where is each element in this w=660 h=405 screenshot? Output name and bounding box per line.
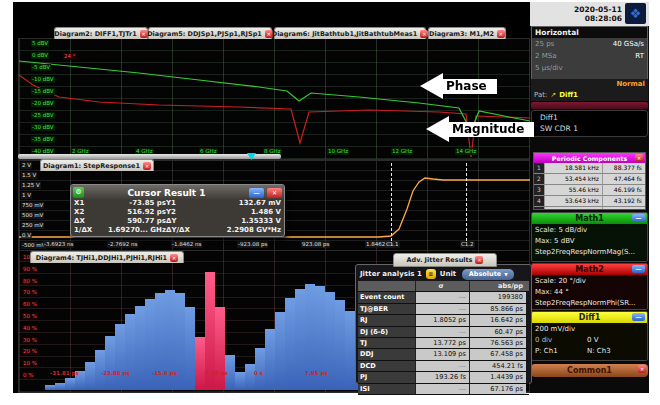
magnitude-callout-label: Magnitude: [452, 122, 524, 136]
y-axis-label: 1.5 V: [21, 172, 37, 179]
cursor-label: ΔY: [166, 217, 202, 226]
x-axis-label: 923.08 ps: [301, 241, 330, 248]
tab-diagram-3[interactable]: Diagram6: JitBathtub1,JitBathtubMeas1✕: [274, 27, 426, 39]
cursor-value: 132.67 mV: [202, 199, 281, 208]
histogram-bar: [195, 337, 205, 390]
diff1-offset: 0 V: [587, 335, 644, 346]
x-axis-label: 7.95 ps: [304, 370, 329, 377]
settings-icon[interactable]: ≡: [426, 269, 436, 279]
y-axis-label: 250 mV: [21, 222, 44, 229]
jitter-param-name: RJ: [358, 315, 415, 325]
close-icon[interactable]: ✕: [638, 365, 646, 373]
minimize-icon[interactable]: —: [632, 313, 645, 321]
y-axis-label: -35 dBV: [31, 136, 55, 143]
minimize-icon[interactable]: —: [632, 265, 645, 273]
cursor-label: C1.2: [460, 241, 475, 248]
cursor-line[interactable]: [391, 163, 392, 241]
math1-panel[interactable]: Math1 — Scale: 5 dB/divMax: 5 dBVStep2Fr…: [531, 212, 648, 262]
histogram-bar: [55, 383, 65, 390]
cursor-result-row: X1-73.85 psY1132.67 mV: [71, 199, 284, 208]
periodic-row: 453.643 kHz43.192 fs: [534, 196, 645, 207]
math2-panel[interactable]: Math2 — Scale: 20 °/divMax: 44 °Step2Fre…: [531, 263, 648, 310]
cursor-result-dialog[interactable]: ⚙ Cursor Result 1 — ✕ X1-73.85 psY1132.6…: [70, 184, 285, 237]
trigger-source: Diff1: [559, 90, 578, 101]
jitter-abs-value: 1.4439 ps: [469, 372, 526, 382]
math1-header: Math1 —: [532, 213, 647, 224]
column-sigma: σ: [415, 281, 469, 291]
close-icon[interactable]: ✕: [497, 30, 505, 38]
jitter-row: RJ1.8052 ps16.642 ps: [358, 315, 529, 326]
close-icon[interactable]: ✕: [635, 154, 643, 162]
periodic-index: 5: [534, 207, 544, 210]
trigger-slope-icon: ↗: [550, 90, 556, 101]
close-icon[interactable]: ✕: [170, 254, 178, 262]
diff1-channel-panel[interactable]: Diff1 — 200 mV/div 0 div 0 V P: Ch1 N: C…: [531, 311, 648, 361]
x-axis-label: 12 GHz: [391, 148, 413, 155]
diff1-scale: 200 mV/div: [535, 324, 644, 335]
collapsed-panel-header[interactable]: [531, 102, 648, 109]
jitter-sigma-value: 1.8052 ps: [415, 315, 469, 325]
trigger-panel[interactable]: Normal Pat: ↗ Diff1: [531, 79, 648, 101]
histogram-bar: [105, 336, 115, 390]
jitter-param-name: PJ: [358, 372, 415, 382]
periodic-index: 2: [534, 174, 544, 184]
periodic-amplitude: 47.464 fs: [602, 174, 645, 184]
tab-diagram4-histograms[interactable]: Diagram4: TJHi1,DDJHi1,PJHi1,RJHi1 ✕: [30, 251, 184, 263]
histogram-bar: [285, 298, 295, 390]
common1-panel[interactable]: Common1 ✕: [531, 364, 648, 377]
cursor-dialog-title: Cursor Result 1: [87, 188, 246, 198]
close-icon[interactable]: ✕: [475, 256, 483, 264]
jitter-row: PJ193.26 fs1.4439 ps: [358, 372, 529, 383]
jitter-abs-value: 76.563 ps: [469, 338, 526, 348]
time-label: 08:28:06: [574, 14, 622, 23]
timebase-value: 5 µs/div: [535, 62, 563, 74]
date-time-box: 2020-05-11 08:28:06 ❖: [530, 2, 649, 26]
jitter-abs-value: 454.21 fs: [469, 361, 526, 371]
close-icon[interactable]: ✕: [143, 162, 151, 170]
horizontal-row: 25 ps 40 GSa/s: [532, 38, 647, 50]
close-icon[interactable]: ✕: [267, 188, 282, 198]
math2-title: Math2: [575, 265, 603, 274]
y-axis-label: 80 %: [22, 278, 38, 285]
record-length-value: 2 MSa: [535, 50, 556, 62]
jitter-param-name: ISI: [358, 384, 415, 394]
math1-title: Math1: [575, 214, 603, 223]
tab-diagram-4[interactable]: Diagram3: M1,M2✕: [428, 27, 506, 39]
histogram-bar: [215, 307, 225, 390]
y-axis-label: -30 dBV: [31, 124, 55, 131]
histogram-bar: [185, 307, 195, 390]
cdr-info-box[interactable]: Diff1 SW CDR 1: [531, 110, 648, 137]
cursor-line[interactable]: [466, 163, 467, 241]
periodic-components-panel[interactable]: Periodic Components ✕ 118.581 kHz88.377 …: [533, 152, 646, 210]
y-axis-label: 30 %: [22, 337, 38, 344]
y-axis-label: 0 %: [22, 372, 34, 379]
y-axis-label: -25 dBV: [31, 112, 55, 119]
tab-diagram-2[interactable]: Diagram5: DDJSp1,PJSp1,RJSp1✕: [148, 27, 272, 39]
gear-icon[interactable]: ⚙: [73, 187, 84, 198]
cursor-label: Y1: [166, 199, 202, 208]
cursor-value: -73.85 ps: [100, 199, 166, 208]
minimize-icon[interactable]: —: [249, 188, 264, 198]
cursor-result-row: ΔX590.77 psΔY1.35333 V: [71, 217, 284, 226]
tab-diagram-1[interactable]: Diagram2: DIFF1,TJTr1✕: [54, 27, 148, 39]
jitter-abs-value: 199380: [469, 292, 526, 302]
periodic-amplitude: 88.377 fs: [602, 163, 645, 173]
unit-dropdown[interactable]: Absolute ▼: [462, 269, 514, 280]
tab-diagram1-stepresponse[interactable]: Diagram1: StepResponse1 ✕: [40, 159, 154, 171]
periodic-index: 3: [534, 185, 544, 195]
y-axis-label: 10 %: [22, 360, 38, 367]
y-axis-label: 50 %: [22, 313, 38, 320]
y-axis-label: -20 dBV: [31, 100, 55, 107]
jitter-sigma-value: ---: [415, 327, 469, 337]
minimize-icon[interactable]: —: [632, 214, 645, 222]
cdr-type: SW CDR 1: [540, 123, 647, 134]
tab-adv-jitter-results[interactable]: Adv. Jitter Results ✕: [393, 253, 497, 267]
horizontal-panel[interactable]: Horizontal 25 ps 40 GSa/s 2 MSa RT 5 µs/…: [531, 26, 648, 80]
x-axis-label: -923.08 ps: [237, 241, 268, 248]
jitter-param-name: DCD: [358, 361, 415, 371]
tab-label: Diagram2: DIFF1,TJTr1: [54, 30, 136, 38]
tab-label: Diagram6: JitBathtub1,JitBathtubMeas1: [272, 30, 418, 38]
cursor-label: ΔX: [74, 217, 100, 226]
horizontal-panel-title: Horizontal: [532, 27, 647, 38]
periodic-row: 118.581 kHz88.377 fs: [534, 163, 645, 174]
